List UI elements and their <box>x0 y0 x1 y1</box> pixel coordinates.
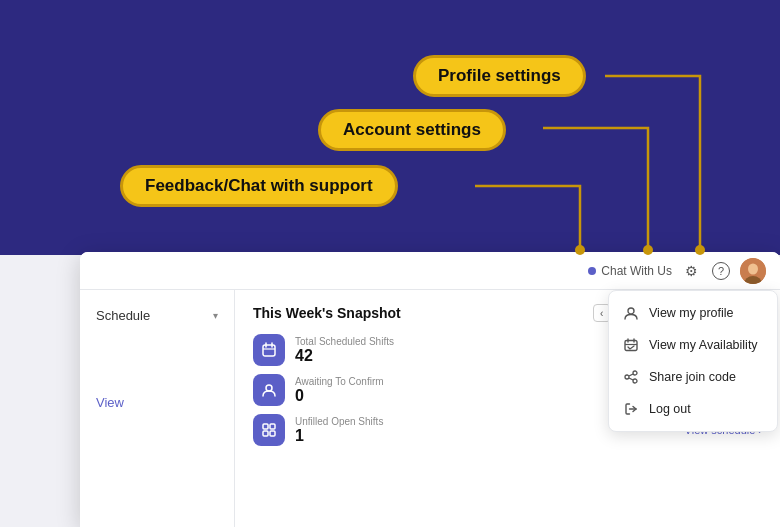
svg-point-15 <box>628 308 634 314</box>
help-button[interactable]: ? <box>710 260 732 282</box>
logout-icon <box>623 401 639 417</box>
svg-rect-12 <box>270 424 275 429</box>
svg-line-24 <box>629 378 633 380</box>
view-availability-label: View my Availability <box>649 338 758 352</box>
svg-rect-13 <box>263 431 268 436</box>
share-join-code-item[interactable]: Share join code <box>609 361 777 393</box>
help-icon: ? <box>712 262 730 280</box>
dropdown-chevron-icon: ▾ <box>213 310 218 321</box>
chat-dot-icon <box>588 267 596 275</box>
svg-line-23 <box>629 374 633 376</box>
schedule-dropdown[interactable]: Schedule ▾ <box>80 302 234 329</box>
sidebar: Schedule ▾ View <box>80 290 235 527</box>
shifts-icon <box>253 334 285 366</box>
snapshot-title: This Week's Snapshot <box>253 305 401 321</box>
view-link[interactable]: View <box>80 389 234 416</box>
person-icon <box>623 305 639 321</box>
share-icon <box>623 369 639 385</box>
log-out-item[interactable]: Log out <box>609 393 777 425</box>
calendar-check-icon <box>623 337 639 353</box>
svg-point-21 <box>625 375 629 379</box>
chat-with-us-button[interactable]: Chat With Us <box>588 264 672 278</box>
svg-point-22 <box>633 379 637 383</box>
svg-point-20 <box>633 371 637 375</box>
avatar-image <box>740 258 766 284</box>
confirm-icon <box>253 374 285 406</box>
view-availability-item[interactable]: View my Availability <box>609 329 777 361</box>
unfilled-icon <box>253 414 285 446</box>
annotation-account-settings: Account settings <box>318 109 506 151</box>
annotation-feedback-chat: Feedback/Chat with support <box>120 165 398 207</box>
share-join-code-label: Share join code <box>649 370 736 384</box>
view-profile-item[interactable]: View my profile <box>609 297 777 329</box>
chat-with-us-label: Chat With Us <box>601 264 672 278</box>
avatar[interactable] <box>740 258 766 284</box>
svg-point-10 <box>266 385 272 391</box>
gear-button[interactable]: ⚙ <box>680 260 702 282</box>
app-header: Chat With Us ⚙ ? <box>80 252 780 290</box>
svg-point-4 <box>748 263 758 274</box>
user-dropdown-menu: View my profile View my Availability <box>608 290 778 432</box>
view-profile-label: View my profile <box>649 306 734 320</box>
schedule-label: Schedule <box>96 308 150 323</box>
svg-rect-6 <box>263 345 275 356</box>
app-window: Chat With Us ⚙ ? Schedule ▾ View <box>80 252 780 527</box>
log-out-label: Log out <box>649 402 691 416</box>
gear-icon: ⚙ <box>685 263 698 279</box>
svg-rect-14 <box>270 431 275 436</box>
svg-rect-11 <box>263 424 268 429</box>
annotation-profile-settings: Profile settings <box>413 55 586 97</box>
app-body: Schedule ▾ View This Week's Snapshot ‹ S… <box>80 290 780 527</box>
